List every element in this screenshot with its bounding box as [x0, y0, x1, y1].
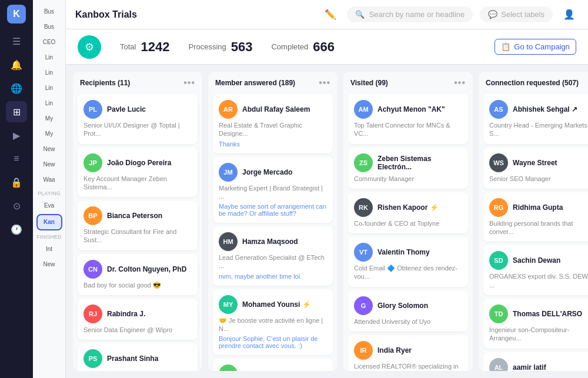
table-row[interactable]: TD Thomas DELL'ARSO Ingenieur son-Compos… — [483, 299, 588, 349]
avatar: TD — [489, 305, 508, 323]
table-row[interactable]: ZS Zeben Sistemas Electrón... Community … — [348, 148, 468, 189]
search-box[interactable]: 🔍 Search by name or headline — [347, 6, 473, 22]
card-message: Maybe some sort of arrangement can be ma… — [219, 203, 327, 217]
table-row[interactable]: CN Dr. Colton Nguyen, PhD Bad boy for so… — [78, 254, 198, 295]
card-subtitle: Senior Data Engineer @ Wipro — [83, 326, 192, 334]
card-person: RJ Rabindra J. — [83, 305, 192, 323]
card-person: BP Bianca Peterson — [83, 206, 192, 225]
table-row[interactable]: AL aamir latif -- — [483, 352, 588, 371]
avatar: MY — [219, 295, 238, 314]
avatar: RJ — [83, 305, 102, 323]
clock-icon[interactable]: 🕐 — [6, 219, 27, 240]
completed-label: Completed — [271, 42, 308, 51]
table-row[interactable]: PL Pavle Lucic Senior UI/UX Designer @ T… — [78, 94, 198, 144]
ss-item-kan[interactable]: Kan — [36, 214, 62, 230]
col-header-connection_requested: Connection requested (507) ••• — [479, 72, 588, 94]
card-message: Bonjour Sophie, C'est un plaisir de pren… — [219, 335, 327, 349]
col-title-visited: Visited (99) — [350, 79, 388, 87]
table-row[interactable]: MY Mohamed Younsi ⚡ 🤝 Je booste votre ac… — [213, 289, 333, 356]
filter-icon[interactable]: ⊙ — [6, 195, 27, 216]
card-subtitle: Key Account Manager Zeben Sistema... — [83, 175, 192, 192]
table-row[interactable]: JP João Diogo Pereira Key Account Manage… — [78, 148, 198, 198]
table-row[interactable]: JM Jorge Mercado Marketing Expert | Bran… — [213, 157, 333, 223]
card-name: Zeben Sistemas Electrón... — [377, 155, 462, 171]
col-more-visited[interactable]: ••• — [454, 78, 466, 88]
ss-item-eva[interactable]: Eva — [36, 199, 62, 213]
table-row[interactable]: PS Prashant Sinha Team Lead Manager at S… — [78, 343, 198, 371]
avatar: DG — [219, 364, 238, 371]
card-subtitle: Strategic Consultant for Fire and Sust..… — [83, 228, 192, 245]
card-name: Prashant Sinha — [107, 354, 158, 363]
table-row[interactable]: VT Valentin Thomy Cold Email 🔷 Obtenez d… — [348, 237, 468, 287]
col-more-member_answered[interactable]: ••• — [319, 78, 330, 88]
ss-item-lin4[interactable]: Lin — [36, 96, 62, 111]
card-person: JP João Diogo Pereira — [83, 153, 192, 172]
campaign-icon: ⚙ — [78, 35, 101, 59]
col-body-connection_requested: AS Abhishek Sehgal ↗ Country Head - Emer… — [479, 94, 588, 371]
col-header-member_answered: Member answered (189) ••• — [208, 72, 338, 94]
card-person: AR Abdul Rafay Saleem — [219, 100, 327, 119]
edit-icon[interactable]: ✏️ — [321, 5, 340, 24]
ss-item-lin1[interactable]: Lin — [36, 51, 62, 65]
card-name: Achyut Menon "AK" — [377, 105, 445, 113]
table-row[interactable]: WS Wayne Street Senior SEO Manager — [483, 148, 588, 189]
card-person: AL aamir latif — [489, 358, 588, 371]
table-row[interactable]: IR India Ryer Licensed REALTOR® speciali… — [348, 335, 468, 371]
ss-item-lin2[interactable]: Lin — [36, 66, 62, 80]
table-row[interactable]: AR Abdul Rafay Saleem Real Estate & Trav… — [213, 94, 333, 153]
table-row[interactable]: RG Ridhima Gupta Building personal brand… — [483, 192, 588, 242]
globe-icon[interactable]: 🌐 — [6, 78, 27, 99]
card-name: aamir latif — [513, 363, 546, 371]
table-row[interactable]: SD Sachin Dewan ORGANEXS export div. S.S… — [483, 245, 588, 295]
ss-item-my1[interactable]: My — [36, 112, 62, 126]
kanban-icon[interactable]: ⊞ — [6, 101, 27, 122]
table-row[interactable]: AM Achyut Menon "AK" Top Talent Connecto… — [348, 94, 468, 144]
video-icon[interactable]: ▶ — [6, 125, 27, 146]
col-header-recipients: Recipients (11) ••• — [73, 72, 202, 94]
table-row[interactable]: G Glory Solomon Attended University of U… — [348, 290, 468, 332]
ss-item-new3[interactable]: New — [36, 257, 62, 272]
search-placeholder: Search by name or headline — [369, 10, 465, 19]
card-subtitle: Country Head - Emerging Markets | S... — [489, 121, 588, 138]
table-row[interactable]: RJ Rabindra J. Senior Data Engineer @ Wi… — [78, 299, 198, 340]
campaign-link-icon: 📋 — [501, 42, 510, 51]
avatar-icon[interactable]: 👤 — [560, 5, 579, 24]
ss-item-ceo[interactable]: CEO — [36, 35, 62, 49]
card-subtitle: Top Talent Connector for MNCs & VC... — [354, 121, 462, 138]
go-campaign-button[interactable]: 📋 Go to Campaign — [495, 39, 576, 55]
ss-item-new1[interactable]: New — [36, 142, 62, 156]
app-logo[interactable]: K — [7, 5, 26, 24]
col-more-recipients[interactable]: ••• — [183, 78, 195, 88]
card-message: Thanks — [219, 141, 327, 148]
card-subtitle: Co-founder & CEO at Toplyne — [354, 219, 462, 228]
table-row[interactable]: DG Daniel Gray Co-Founder & CEO @ Lerno … — [213, 359, 333, 371]
table-row[interactable]: RK Rishen Kapoor ⚡ Co-founder & CEO at T… — [348, 192, 468, 233]
ss-item-bus2[interactable]: Bus — [36, 20, 62, 34]
ss-item-my2[interactable]: My — [36, 127, 62, 141]
avatar: BP — [83, 206, 102, 225]
card-person: WS Wayne Street — [489, 153, 588, 172]
table-row[interactable]: HM Hamza Maqsood Lead Generation Special… — [213, 226, 333, 286]
ss-item-int[interactable]: Int — [36, 242, 62, 256]
notifications-icon[interactable]: 🔔 — [6, 54, 27, 75]
ss-item-new2[interactable]: New — [36, 158, 62, 172]
card-name: Dr. Colton Nguyen, PhD — [107, 265, 186, 273]
table-row[interactable]: BP Bianca Peterson Strategic Consultant … — [78, 200, 198, 250]
card-person: VT Valentin Thomy — [354, 243, 462, 262]
shield-icon[interactable]: 🔒 — [6, 172, 27, 193]
kanban-col-visited: Visited (99) ••• AM Achyut Menon "AK" To… — [343, 72, 473, 371]
card-subtitle: Senior SEO Manager — [489, 175, 588, 183]
ss-item-bus1[interactable]: Bus — [36, 5, 62, 19]
table-row[interactable]: AS Abhishek Sehgal ↗ Country Head - Emer… — [483, 94, 588, 144]
ss-item-waa[interactable]: Waa — [36, 173, 62, 187]
card-subtitle: Attended University of Uyo — [354, 317, 462, 326]
list-icon[interactable]: ≡ — [6, 148, 27, 169]
card-person: TD Thomas DELL'ARSO — [489, 305, 588, 323]
card-name: Valentin Thomy — [377, 248, 430, 256]
label-select[interactable]: 💬 Select labels — [480, 6, 553, 22]
card-subtitle: Cold Email 🔷 Obtenez des rendez-vou... — [354, 264, 462, 281]
ss-item-lin3[interactable]: Lin — [36, 81, 62, 95]
menu-icon[interactable]: ☰ — [6, 31, 27, 52]
avatar: ZS — [354, 153, 373, 172]
col-body-visited: AM Achyut Menon "AK" Top Talent Connecto… — [343, 94, 473, 371]
